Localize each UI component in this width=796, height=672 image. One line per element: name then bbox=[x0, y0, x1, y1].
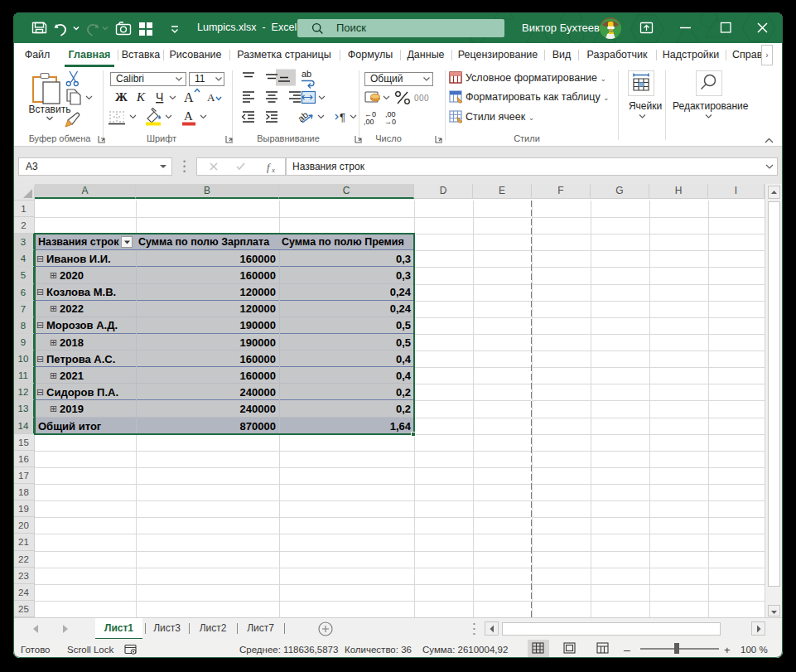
svg-text:¶: ¶ bbox=[340, 111, 345, 123]
svg-text:000: 000 bbox=[414, 94, 429, 103]
svg-text:А: А bbox=[207, 91, 215, 104]
svg-text:Ж: Ж bbox=[115, 90, 128, 104]
svg-text:А: А bbox=[184, 109, 193, 123]
svg-text:x: x bbox=[271, 166, 275, 174]
svg-text:А: А bbox=[184, 90, 194, 104]
svg-text:Ч: Ч bbox=[156, 90, 163, 104]
svg-text:,00: ,00 bbox=[364, 118, 374, 126]
svg-text:→0: →0 bbox=[384, 118, 396, 126]
svg-text:К: К bbox=[136, 90, 146, 104]
svg-text:ab: ab bbox=[296, 109, 310, 123]
svg-text:ab: ab bbox=[302, 69, 311, 79]
